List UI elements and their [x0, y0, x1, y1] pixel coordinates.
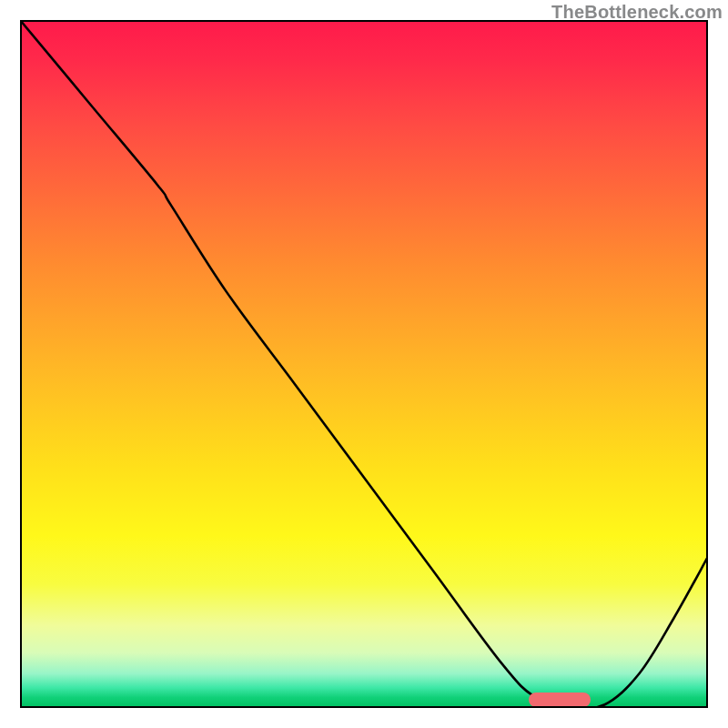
watermark-text: TheBottleneck.com: [551, 2, 723, 23]
chart-canvas: TheBottleneck.com: [0, 0, 728, 728]
heat-gradient-background: [20, 20, 708, 708]
optimal-range-marker: [529, 693, 591, 707]
